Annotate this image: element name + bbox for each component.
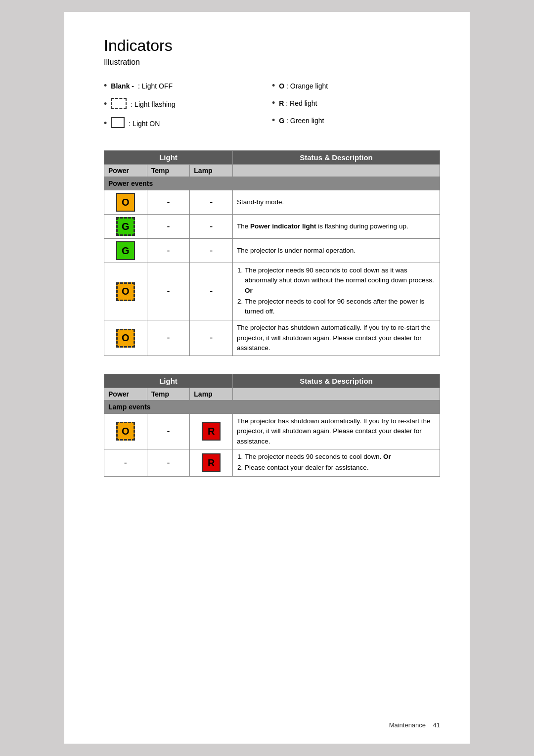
page-title: Indicators: [104, 37, 440, 55]
legend-item-green: • G : Green light: [272, 115, 440, 126]
desc-cell-1: Stand-by mode.: [233, 190, 440, 215]
table1-status-subcol: [233, 165, 440, 177]
desc-cell-2: The Power indicator light is flashing du…: [233, 215, 440, 239]
list-item: The projector needs 90 seconds to cool d…: [245, 452, 436, 462]
temp-cell-1: -: [147, 190, 190, 215]
table-row: O - - The projector has shutdown automat…: [104, 320, 440, 356]
lamp-cell-4: -: [190, 263, 233, 320]
lamp-cell-3: -: [190, 239, 233, 263]
legend-bullet-1: •: [104, 81, 107, 91]
solid-box-icon: [111, 117, 125, 130]
table2-light-header: Light: [104, 374, 233, 388]
table2-temp-col: Temp: [147, 388, 190, 400]
legend-col-1: • Blank - : Light OFF • : Light flashing…: [104, 81, 272, 136]
lamp-cell-5: -: [190, 320, 233, 356]
list-item: The projector needs to cool for 90 secon…: [245, 297, 436, 317]
legend-bullet-5: •: [272, 98, 275, 108]
page-subtitle: Illustration: [104, 58, 440, 67]
power-events-label: Power events: [104, 177, 440, 190]
lamp-events-section: Lamp events: [104, 400, 440, 414]
desc-cell-4: The projector needs 90 seconds to cool d…: [233, 263, 440, 320]
table-row: O - - The projector needs 90 seconds to …: [104, 263, 440, 320]
legend-item-orange: • O : Orange light: [272, 81, 440, 91]
table-row: O - - Stand-by mode.: [104, 190, 440, 215]
legend-item-on: • : Light ON: [104, 117, 272, 130]
temp-cell-4: -: [147, 263, 190, 320]
temp-cell-l1: -: [147, 414, 190, 449]
list-item: The projector needs 90 seconds to cool d…: [245, 266, 436, 296]
legend-bullet-6: •: [272, 115, 275, 126]
orange-flash-icon: O: [116, 282, 135, 301]
legend-col-2: • O : Orange light • R : Red light • G :…: [272, 81, 440, 136]
temp-cell-5: -: [147, 320, 190, 356]
legend-section: • Blank - : Light OFF • : Light flashing…: [104, 81, 440, 136]
legend-flash-text: : Light flashing: [131, 100, 175, 108]
lamp-events-label: Lamp events: [104, 400, 440, 414]
legend-blank-text: : Light OFF: [138, 82, 173, 90]
lamp-cell-2: -: [190, 215, 233, 239]
red-solid-icon-l2: R: [202, 453, 221, 472]
lamp-cell-l2: R: [190, 449, 233, 477]
table1-light-header: Light: [104, 151, 233, 165]
temp-cell-3: -: [147, 239, 190, 263]
table1-power-col: Power: [104, 165, 147, 177]
power-cell-4: O: [104, 263, 147, 320]
power-cell-l1: O: [104, 414, 147, 449]
table1-status-header: Status & Description: [233, 151, 440, 165]
desc-cell-5: The projector has shutdown automatically…: [233, 320, 440, 356]
orange-solid-icon: O: [116, 193, 135, 212]
orange-flash-icon-2: O: [116, 329, 135, 348]
desc-cell-l1: The projector has shutdown automatically…: [233, 414, 440, 449]
legend-orange-text: O : Orange light: [279, 82, 328, 90]
temp-cell-l2: -: [147, 449, 190, 477]
legend-red-text: R : Red light: [279, 99, 317, 107]
table1-temp-col: Temp: [147, 165, 190, 177]
legend-bullet-3: •: [104, 118, 107, 129]
table-row: O - R The projector has shutdown automat…: [104, 414, 440, 449]
footer-page: 41: [433, 721, 440, 729]
legend-on-text: : Light ON: [129, 120, 160, 128]
legend-green-text: G : Green light: [279, 117, 324, 125]
legend-bullet-2: •: [104, 99, 107, 109]
list-item: Please contact your dealer for assistanc…: [245, 463, 436, 473]
table2-power-col: Power: [104, 388, 147, 400]
footer-section: Maintenance: [389, 721, 426, 729]
legend-bullet-4: •: [272, 81, 275, 91]
table2-status-subcol: [233, 388, 440, 400]
blank-symbol: Blank -: [111, 82, 134, 90]
red-solid-icon-l1: R: [202, 422, 221, 441]
power-cell-3: G: [104, 239, 147, 263]
power-cell-5: O: [104, 320, 147, 356]
green-solid-icon: G: [116, 241, 135, 260]
legend-item-flash: • : Light flashing: [104, 98, 272, 110]
power-cell-l2: -: [104, 449, 147, 477]
footer: Maintenance 41: [389, 721, 440, 729]
power-cell-2: G: [104, 215, 147, 239]
desc-cell-3: The projector is under normal operation.: [233, 239, 440, 263]
power-events-table: Light Status & Description Power Temp La…: [104, 150, 440, 356]
table2-lamp-col: Lamp: [190, 388, 233, 400]
lamp-events-table: Light Status & Description Power Temp La…: [104, 374, 440, 477]
temp-cell-2: -: [147, 215, 190, 239]
table-row: - - R The projector needs 90 seconds to …: [104, 449, 440, 477]
page: Indicators Illustration • Blank - : Ligh…: [64, 12, 470, 744]
lamp-cell-l1: R: [190, 414, 233, 449]
legend-item-red: • R : Red light: [272, 98, 440, 108]
legend-item-blank: • Blank - : Light OFF: [104, 81, 272, 91]
table-row: G - - The projector is under normal oper…: [104, 239, 440, 263]
power-events-section: Power events: [104, 177, 440, 190]
green-flash-icon: G: [116, 217, 135, 236]
desc-cell-l2: The projector needs 90 seconds to cool d…: [233, 449, 440, 477]
lamp-cell-1: -: [190, 190, 233, 215]
power-cell-1: O: [104, 190, 147, 215]
dashed-box-icon: [111, 98, 127, 110]
table-row: G - - The Power indicator light is flash…: [104, 215, 440, 239]
table1-lamp-col: Lamp: [190, 165, 233, 177]
table2-status-header: Status & Description: [233, 374, 440, 388]
orange-flash-icon-l1: O: [116, 422, 135, 441]
